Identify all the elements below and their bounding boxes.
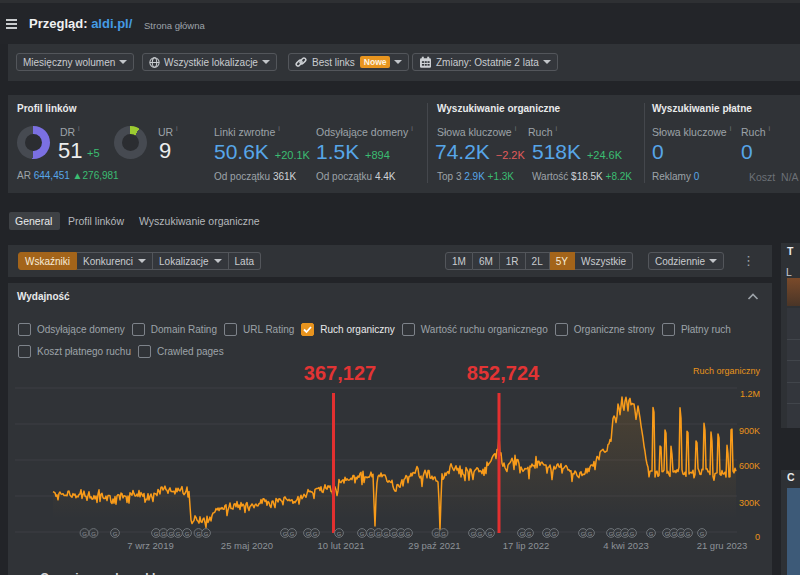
svg-text:G: G bbox=[392, 531, 397, 537]
svg-text:G: G bbox=[376, 531, 381, 537]
svg-text:G: G bbox=[369, 531, 374, 537]
svg-text:G: G bbox=[488, 531, 493, 537]
svg-text:G: G bbox=[154, 531, 159, 537]
svg-text:G: G bbox=[399, 531, 404, 537]
svg-text:G: G bbox=[169, 531, 174, 537]
svg-text:G: G bbox=[520, 531, 525, 537]
svg-text:G: G bbox=[406, 531, 411, 537]
svg-text:G: G bbox=[306, 531, 311, 537]
svg-text:G: G bbox=[700, 531, 705, 537]
svg-text:G: G bbox=[527, 531, 532, 537]
svg-text:G: G bbox=[113, 531, 118, 537]
svg-text:G: G bbox=[630, 531, 635, 537]
svg-text:G: G bbox=[588, 531, 593, 537]
svg-text:G: G bbox=[665, 531, 670, 537]
svg-text:G: G bbox=[283, 531, 288, 537]
svg-text:G: G bbox=[471, 531, 476, 537]
svg-text:G: G bbox=[176, 531, 181, 537]
svg-text:G: G bbox=[672, 531, 677, 537]
svg-text:G: G bbox=[609, 531, 614, 537]
svg-text:G: G bbox=[434, 531, 439, 537]
svg-text:G: G bbox=[204, 531, 209, 537]
svg-text:G: G bbox=[616, 531, 621, 537]
svg-text:G: G bbox=[686, 531, 691, 537]
svg-text:G: G bbox=[82, 531, 87, 537]
svg-text:G: G bbox=[581, 531, 586, 537]
svg-text:G: G bbox=[196, 531, 201, 537]
svg-text:G: G bbox=[649, 531, 654, 537]
svg-text:G: G bbox=[478, 531, 483, 537]
svg-text:G: G bbox=[337, 531, 342, 537]
svg-text:G: G bbox=[360, 531, 365, 537]
svg-text:G: G bbox=[545, 531, 550, 537]
svg-text:G: G bbox=[161, 531, 166, 537]
svg-text:G: G bbox=[441, 531, 446, 537]
svg-text:G: G bbox=[185, 531, 190, 537]
svg-text:G: G bbox=[91, 531, 96, 537]
svg-text:G: G bbox=[384, 531, 389, 537]
svg-text:G: G bbox=[679, 531, 684, 537]
svg-text:G: G bbox=[623, 531, 628, 537]
svg-text:G: G bbox=[313, 531, 318, 537]
svg-text:G: G bbox=[290, 531, 295, 537]
svg-text:G: G bbox=[552, 531, 557, 537]
